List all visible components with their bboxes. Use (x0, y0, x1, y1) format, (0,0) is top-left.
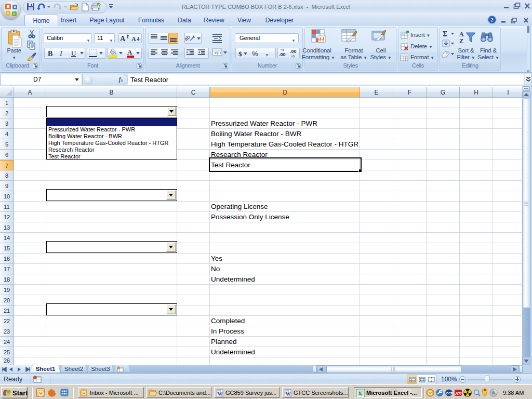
svg-text:.00: .00 (279, 52, 286, 57)
svg-text:A: A (459, 31, 464, 38)
svg-text:ATI: ATI (455, 391, 462, 396)
svg-text:OCP: OCP (446, 392, 453, 395)
svg-text:U: U (71, 49, 76, 57)
svg-text:W: W (218, 391, 223, 397)
svg-text:A: A (120, 35, 126, 43)
svg-text:B: B (48, 50, 52, 58)
svg-text:$: $ (238, 50, 242, 58)
svg-text:Σ: Σ (443, 30, 447, 38)
svg-text:W: W (286, 391, 291, 397)
svg-text:?: ? (490, 17, 494, 23)
svg-text:ab: ab (183, 34, 191, 42)
svg-text:I: I (59, 50, 63, 58)
svg-text:,: , (266, 48, 268, 57)
svg-text:Z: Z (459, 37, 463, 45)
svg-text:%: % (252, 50, 258, 58)
svg-text:X: X (358, 390, 362, 396)
svg-text:.00: .00 (290, 49, 297, 54)
svg-text:A: A (127, 48, 132, 56)
svg-text:A: A (131, 35, 136, 43)
